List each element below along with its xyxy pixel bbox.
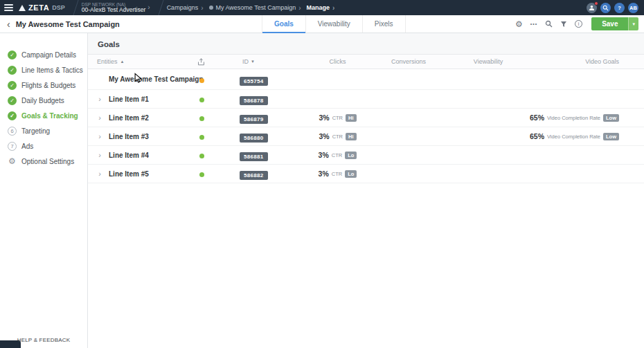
status-dot-active — [199, 98, 204, 102]
user-notifications-button[interactable] — [587, 3, 597, 13]
chat-widget[interactable] — [0, 340, 21, 348]
advertiser-name: 00-AlexB Test Advertiser — [82, 7, 145, 13]
tab-goals[interactable]: Goals — [262, 15, 305, 33]
column-header-entities[interactable]: Entities ▲ — [88, 58, 197, 65]
global-search-button[interactable] — [600, 3, 611, 13]
column-label: Entities — [97, 58, 118, 65]
video-goal-cell: 65% Video Completion Rate Low — [526, 132, 644, 140]
gear-icon: ⚙ — [8, 156, 17, 166]
ctr-value: 3% — [319, 132, 329, 140]
ctr-value: 3% — [319, 170, 329, 178]
goals-table: Entities ▲ ID ▼ Clicks Conversions Viewa… — [88, 54, 644, 348]
user-avatar[interactable]: AB — [628, 3, 638, 13]
table-row-line-item-3[interactable]: › Line Item #3 586880 3% CTR Hi 65% Vide… — [88, 127, 644, 146]
sidebar-item-label: Goals & Tracking — [21, 112, 78, 120]
row-name[interactable]: My Awesome Test Campaign — [109, 75, 204, 83]
save-button-group: Save ▾ — [591, 17, 638, 30]
row-name[interactable]: Line Item #1 — [109, 95, 149, 103]
breadcrumb-manage[interactable]: Manage › — [307, 4, 335, 12]
priority-badge: Lo — [345, 152, 357, 159]
search-icon[interactable] — [545, 20, 553, 28]
step-number-icon: 7 — [8, 142, 17, 151]
info-icon[interactable]: i — [575, 20, 582, 28]
column-header-clicks[interactable]: Clicks — [308, 58, 367, 65]
column-header-conversions[interactable]: Conversions — [367, 58, 450, 65]
sidebar-item-label: Daily Budgets — [21, 97, 64, 104]
table-row-line-item-2[interactable]: › Line Item #2 586879 3% CTR Hi 65% Vide… — [88, 109, 644, 127]
video-goal-cell: 65% Video Completion Rate Low — [526, 113, 644, 122]
chevron-right-icon: › — [332, 4, 334, 12]
expand-chevron-icon[interactable]: › — [96, 114, 103, 122]
priority-badge: Hi — [346, 133, 357, 140]
column-header-id[interactable]: ID ▼ — [229, 58, 308, 65]
id-badge: 586882 — [240, 171, 268, 180]
breadcrumb-campaign[interactable]: My Awesome Test Campaign › — [209, 4, 301, 12]
clicks-goal-cell: 3% CTR Hi — [308, 113, 367, 122]
row-name[interactable]: Line Item #2 — [109, 114, 149, 122]
check-circle-icon: ✓ — [8, 66, 17, 75]
advertiser-selector[interactable]: DSP NETWORK (NA) 00-AlexB Test Advertise… — [82, 2, 150, 13]
zeta-dsp-logo[interactable]: ZETA DSP — [19, 3, 65, 12]
table-row-campaign[interactable]: My Awesome Test Campaign 655754 — [88, 69, 644, 90]
brand-name: ZETA — [28, 3, 49, 12]
vcr-label: Video Completion Rate — [547, 134, 600, 140]
breadcrumb-campaigns[interactable]: Campaigns › — [167, 4, 204, 12]
row-name[interactable]: Line Item #5 — [109, 170, 149, 178]
more-options-icon[interactable]: ••• — [530, 21, 537, 26]
table-row-line-item-1[interactable]: › Line Item #1 586878 — [88, 90, 644, 109]
row-name[interactable]: Line Item #4 — [109, 152, 149, 159]
sidebar-item-daily-budgets[interactable]: ✓ Daily Budgets — [0, 93, 87, 108]
id-badge: 586880 — [240, 134, 268, 143]
clicks-goal-cell: 3% CTR Hi — [308, 132, 367, 140]
sidebar-item-label: Optional Settings — [21, 158, 74, 165]
sidebar-item-campaign-details[interactable]: ✓ Campaign Details — [0, 47, 87, 62]
chevron-right-icon: › — [147, 3, 150, 11]
priority-badge: Hi — [346, 114, 357, 122]
row-name[interactable]: Line Item #3 — [109, 133, 149, 140]
help-button[interactable]: ? — [614, 3, 625, 13]
check-circle-icon: ✓ — [8, 51, 17, 59]
ctr-value: 3% — [319, 151, 329, 159]
sort-desc-icon: ▼ — [251, 59, 255, 64]
clicks-goal-cell: 3% CTR Lo — [308, 170, 367, 178]
expand-chevron-icon[interactable]: › — [96, 95, 103, 103]
avatar-initials: AB — [629, 5, 637, 11]
clicks-goal-cell: 3% CTR Lo — [308, 151, 367, 159]
expand-chevron-icon[interactable]: › — [96, 170, 103, 178]
sidebar-item-line-items-tactics[interactable]: ✓ Line Items & Tactics — [0, 62, 87, 77]
save-button[interactable]: Save — [591, 17, 628, 30]
back-chevron-icon[interactable]: ‹ — [7, 19, 10, 29]
sidebar-item-targeting[interactable]: 6 Targeting — [0, 123, 87, 138]
export-column-header[interactable] — [197, 58, 229, 66]
sidebar-item-flights-budgets[interactable]: ✓ Flights & Budgets — [0, 77, 87, 93]
vcr-value: 65% — [530, 113, 544, 122]
breadcrumb-label: My Awesome Test Campaign — [216, 4, 296, 11]
top-navigation-bar: ZETA DSP DSP NETWORK (NA) 00-AlexB Test … — [0, 0, 644, 15]
expand-chevron-icon[interactable]: › — [96, 133, 103, 140]
sidebar-item-goals-tracking[interactable]: ✓ Goals & Tracking — [0, 108, 87, 123]
ctr-label: CTR — [332, 134, 343, 140]
status-dot-active — [199, 172, 204, 177]
breadcrumb-label: Manage — [307, 4, 330, 11]
column-header-viewability[interactable]: Viewability — [450, 58, 526, 65]
tab-viewability[interactable]: Viewability — [305, 15, 362, 33]
step-number-icon: 6 — [8, 127, 17, 136]
save-dropdown-caret[interactable]: ▾ — [628, 17, 638, 30]
settings-gear-icon[interactable]: ⚙ — [515, 20, 523, 28]
search-icon — [602, 5, 609, 11]
sidebar-item-optional-settings[interactable]: ⚙ Optional Settings — [0, 154, 87, 169]
filter-funnel-icon[interactable] — [560, 21, 567, 28]
brand-suffix: DSP — [52, 4, 65, 11]
tab-pixels[interactable]: Pixels — [362, 15, 406, 33]
tab-label: Pixels — [375, 20, 393, 28]
table-row-line-item-5[interactable]: › Line Item #5 586882 3% CTR Lo — [88, 165, 644, 183]
sidebar-item-ads[interactable]: 7 Ads — [0, 138, 87, 154]
ctr-value: 3% — [319, 113, 329, 122]
column-header-video-goals[interactable]: Video Goals — [526, 58, 644, 65]
sidebar-item-label: Campaign Details — [21, 51, 76, 59]
check-circle-icon: ✓ — [8, 96, 17, 105]
expand-chevron-icon[interactable]: › — [96, 152, 103, 159]
hamburger-menu-icon[interactable] — [4, 4, 13, 11]
ctr-label: CTR — [332, 115, 343, 121]
table-row-line-item-4[interactable]: › Line Item #4 586881 3% CTR Lo — [88, 146, 644, 165]
